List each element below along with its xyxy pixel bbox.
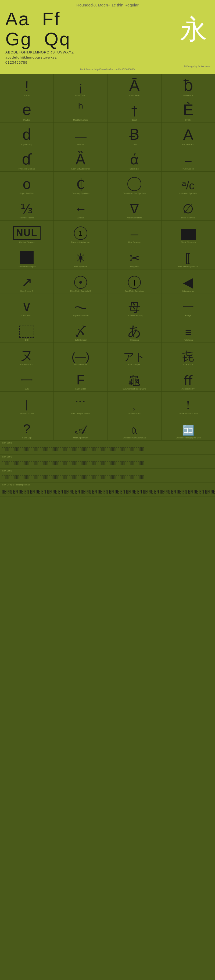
grid-cell-cyrillic: È Cyrillic — [161, 98, 215, 123]
grid-cell-latinextd: F Latin Ext D — [54, 367, 107, 391]
cell-symbol: ∨ — [22, 300, 32, 313]
grid-cell-kangxi: ⼀ Kangxi — [161, 294, 215, 318]
grid-row: ︱ Vertical Forms ﹉ CJK Compat Forms ﹐ Sm… — [0, 392, 215, 416]
cell-symbol: ！ — [182, 399, 194, 411]
grid-cell-cjkexta: 㐂 CJK Ext A — [161, 343, 215, 367]
grid-row: Geometric Shapes ☀ Misc Symbols ✂ Dingba… — [0, 245, 215, 269]
grid-cell-latinexta: Ā Latin Ext A — [108, 74, 161, 98]
cell-label: Kangxi — [185, 314, 191, 317]
cell-symbol: ﹉ — [75, 400, 86, 411]
cell-symbol: あ — [127, 324, 141, 338]
cell-symbol: 〆 — [75, 325, 87, 338]
cell-label: Enclosed Alphanum — [71, 241, 90, 243]
cell-label: Latin Ext B — [183, 94, 194, 97]
cell-symbol: ↗ — [21, 276, 32, 289]
cell-symbol: ≡ — [185, 327, 191, 338]
cell-label: Cyrillic — [185, 119, 192, 121]
cell-symbol: 一 — [21, 374, 33, 387]
cell-symbol: e — [22, 102, 31, 118]
cell-label: CJK Ext A — [183, 363, 193, 366]
cell-label: Math Operators — [127, 216, 142, 219]
grid-row: ↗ Sup Arrows B Misc Math Symbols B | Sup… — [0, 269, 215, 294]
cell-label: Hebrew — [77, 143, 84, 146]
grid-cell-miscarrows: Misc Arrows — [161, 269, 215, 294]
grid-row: d Cyrillic Sup — Hebrew Ƀ Thai A Phoneti… — [0, 123, 215, 147]
cell-symbol: ⺟ — [129, 301, 140, 313]
cjk-label: CJK Ext B — [0, 441, 215, 445]
cell-symbol: ƀ — [183, 78, 193, 93]
cell-label: Geometric Shapes — [18, 266, 35, 268]
black-rect — [181, 229, 196, 240]
cell-label: Phonetic Ext — [182, 143, 194, 146]
grid-cell-katakanaext: ヌ Katakana Ext — [0, 343, 54, 367]
copyright: © Design by fontke.com — [5, 65, 210, 68]
grid-cell-misctech: ∅ Misc Technical — [161, 196, 215, 220]
grid-cell-cjkcompat: アト CJK Compat — [108, 343, 161, 367]
grid-cell-latinextadd: Ȁ Latin Ext Additional — [54, 147, 107, 172]
cell-symbol: ─ — [131, 229, 138, 240]
cell-label: Hiragana — [130, 339, 139, 342]
cell-label: Diacriticals For Symbols — [123, 192, 146, 195]
cell-symbol: アト — [123, 352, 145, 362]
cell-label: ASCII — [24, 94, 30, 97]
header-section: Rounded-X Mgen+ 1c thin Regular Aa FfGg … — [0, 0, 215, 74]
circled-dot-outer — [74, 276, 87, 289]
cell-symbol: ⁓ — [74, 301, 88, 314]
grid-cell-mathalphanum: 𝒜 Math Alphanum — [54, 416, 107, 440]
grid-cell-latinextc: ∨ Latin Ext C — [0, 294, 54, 318]
cell-symbol: ︱ — [21, 399, 33, 411]
cell-label: Greek — [131, 119, 137, 121]
preview-letters: Aa FfGg Qq — [5, 9, 71, 49]
cell-label: CJK Radicals Sup — [126, 314, 143, 317]
grid-cell-enclosedalphanumup: 🄀 Enclosed Alphanum Sup — [108, 416, 161, 440]
cell-label: Thai — [132, 143, 137, 146]
cell-label: Misc Technical — [181, 216, 195, 219]
grid-cell-enclosed: 1 Enclosed Alphanum — [54, 221, 107, 245]
grid-row: EtC 〆 CJK Symbol あ Hiragana ≡ Katakana — [0, 318, 215, 343]
cell-symbol: Ƀ — [129, 127, 140, 142]
cjk-label: CJK Ext C — [0, 455, 215, 458]
cell-label: Cyrillic Sup — [21, 143, 32, 146]
grid-cell-currency: ₵ Currency Symbols — [54, 172, 107, 196]
cell-symbol: ɗ — [22, 152, 32, 167]
cell-symbol: ! — [25, 79, 29, 93]
cell-symbol: ✂ — [129, 252, 140, 264]
grid-cell-hiragana: あ Hiragana — [108, 318, 161, 342]
cell-label: Math Alphanum — [73, 436, 88, 439]
cjk-symbols: 𫝀𫝁𫝂𫝃𫝄𫝅𫝆𫝇𫝈𫝉𫝊𫝋𫝌𫝍𫝎𫝏𫝐𫝑𫝒𫝓𫝔𫝕𫝖𫝗𫝘𫝙𫝚𫝛𫝜𫝝𫝞𫝟𫝠𫝡𫝢𫝣𫝤𫝥𫝦𫝧… — [0, 473, 215, 482]
cell-label: Phonetic Ext Sup — [19, 168, 35, 170]
grid-cell-latin1sup: ¡ Latin 1 Sup — [54, 74, 107, 98]
grid-cell-halffulls: ！ Half And Full Forms — [161, 392, 215, 416]
cell-label: CJK Symbol — [75, 339, 86, 342]
grid-cell-smallforms: ﹐ Small Forms — [108, 392, 161, 416]
dashed-rect — [19, 326, 34, 338]
cell-label: Misc Arrows — [183, 290, 194, 293]
circled-line: | — [128, 276, 141, 289]
cell-label: Latin Ext A — [129, 94, 140, 97]
cell-label: Katakana — [183, 339, 193, 342]
cell-symbol: Ȁ — [75, 152, 86, 167]
grid-cell-modifier: ʰ Modifier Letters — [54, 98, 107, 123]
cell-label: Small Forms — [129, 412, 140, 415]
black-square — [20, 251, 33, 264]
circled-dot-inner — [79, 281, 82, 284]
cell-label: Super And Sub — [20, 192, 34, 195]
cell-label: Block Elements — [181, 241, 196, 243]
cell-label: CJK Compat — [128, 363, 140, 366]
cell-symbol: ⅓ — [21, 202, 33, 215]
cell-symbol: 龜 — [129, 375, 140, 387]
grid-cell-punctuation: – Punctuation — [161, 147, 215, 172]
grid-cell-blockelements: Block Elements — [161, 221, 215, 245]
cell-symbol: ⟦ — [185, 252, 191, 264]
cell-symbol: Ā — [129, 78, 140, 93]
cell-symbol: — — [75, 130, 86, 142]
grid-cell-ipaext: e IPA Ext — [0, 98, 54, 123]
grid-section: ! ASCII ¡ Latin 1 Sup Ā Latin Ext A ƀ La… — [0, 74, 215, 496]
circle-diacritic — [127, 177, 141, 191]
cell-label: Enclosed Alphanum Sup — [123, 436, 146, 439]
cell-symbol: ʰ — [78, 102, 83, 118]
grid-cell-supersub: o Super And Sub — [0, 172, 54, 196]
cell-label: Currency Symbols — [72, 192, 89, 195]
cell-symbol: 㐂 — [182, 350, 194, 362]
grid-cell-miscmathb: Misc Math Symbols B — [54, 269, 107, 294]
